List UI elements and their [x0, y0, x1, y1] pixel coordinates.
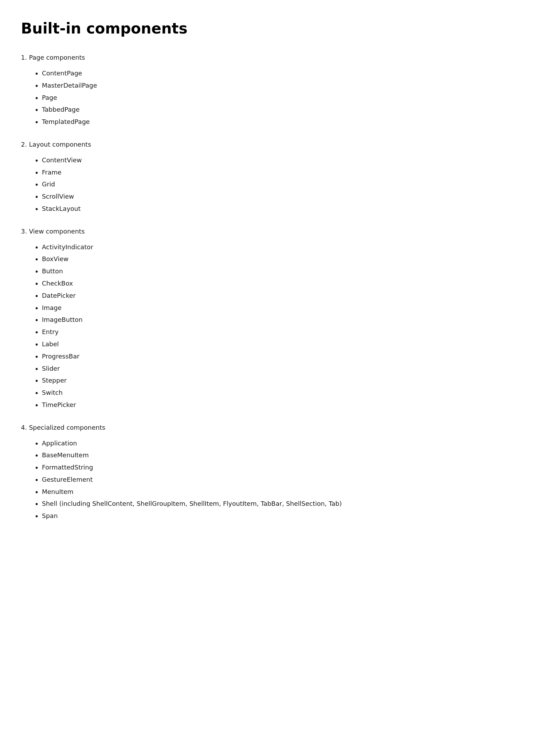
list-item: TabbedPage [42, 105, 539, 115]
list-item: StackLayout [42, 204, 539, 214]
list-item: FormattedString [42, 463, 539, 473]
section-list-2: ContentViewFrameGridScrollViewStackLayou… [21, 155, 539, 214]
page-title: Built-in components [21, 17, 539, 40]
list-item: MasterDetailPage [42, 81, 539, 91]
section-4: 4. Specialized componentsApplicationBase… [21, 423, 539, 521]
list-item: Grid [42, 179, 539, 190]
list-item: Frame [42, 168, 539, 178]
section-title-4: 4. Specialized components [21, 423, 539, 433]
list-item: BaseMenuItem [42, 450, 539, 460]
section-1: 1. Page componentsContentPageMasterDetai… [21, 53, 539, 127]
list-item: Slider [42, 364, 539, 374]
section-title-1: 1. Page components [21, 53, 539, 63]
list-item: Image [42, 303, 539, 313]
list-item: CheckBox [42, 279, 539, 289]
list-item: Span [42, 511, 539, 521]
list-item: ActivityIndicator [42, 242, 539, 252]
sections-container: 1. Page componentsContentPageMasterDetai… [21, 53, 539, 521]
section-list-1: ContentPageMasterDetailPagePageTabbedPag… [21, 68, 539, 127]
list-item: Switch [42, 388, 539, 398]
list-item: Shell (including ShellContent, ShellGrou… [42, 499, 539, 509]
list-item: TimePicker [42, 400, 539, 410]
list-item: Entry [42, 327, 539, 337]
list-item: ContentView [42, 155, 539, 165]
list-item: DatePicker [42, 291, 539, 301]
list-item: Label [42, 339, 539, 349]
list-item: Stepper [42, 376, 539, 386]
list-item: Application [42, 438, 539, 449]
list-item: ImageButton [42, 315, 539, 325]
list-item: TemplatedPage [42, 117, 539, 127]
list-item: ProgressBar [42, 352, 539, 362]
list-item: ScrollView [42, 192, 539, 202]
list-item: Page [42, 93, 539, 103]
list-item: MenuItem [42, 487, 539, 497]
list-item: Button [42, 266, 539, 276]
list-item: GestureElement [42, 475, 539, 485]
section-3: 3. View componentsActivityIndicatorBoxVi… [21, 227, 539, 410]
section-list-4: ApplicationBaseMenuItemFormattedStringGe… [21, 438, 539, 522]
list-item: BoxView [42, 254, 539, 264]
section-list-3: ActivityIndicatorBoxViewButtonCheckBoxDa… [21, 242, 539, 410]
section-title-3: 3. View components [21, 227, 539, 237]
section-2: 2. Layout componentsContentViewFrameGrid… [21, 140, 539, 214]
list-item: ContentPage [42, 68, 539, 79]
section-title-2: 2. Layout components [21, 140, 539, 150]
